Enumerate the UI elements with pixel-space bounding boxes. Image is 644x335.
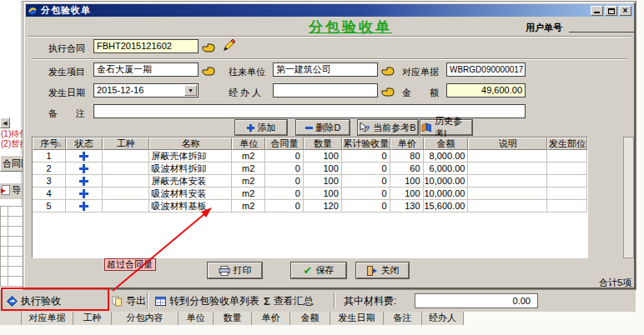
handler-lookup-button[interactable] xyxy=(381,84,396,98)
save-button[interactable]: ✔ 保存 xyxy=(291,262,346,278)
handler-label: 经 办 人 xyxy=(229,87,261,98)
form-title: 分包验收单 xyxy=(309,18,392,37)
col-unit[interactable]: 单位 xyxy=(179,312,214,325)
history-reference-button[interactable]: 历史参考I xyxy=(420,120,472,135)
status-plus-icon xyxy=(79,164,88,173)
print-button[interactable]: 打印 xyxy=(208,262,262,278)
minus-icon xyxy=(305,127,313,129)
add-button[interactable]: 添加 xyxy=(235,120,287,135)
col-blank xyxy=(0,312,22,325)
book-icon xyxy=(421,122,431,132)
date-combo[interactable]: 2015-12-16 ▼ xyxy=(93,83,199,98)
toolbar-separator xyxy=(334,292,335,309)
cursor-question-icon: ? xyxy=(360,122,370,132)
maximize-icon xyxy=(608,8,615,14)
col-qty[interactable]: 数量 xyxy=(304,138,342,150)
goto-acceptance-list-button[interactable]: 转到分包验收单列表 xyxy=(155,293,259,309)
col-handler[interactable]: 经办人 xyxy=(422,312,464,325)
items-grid: 序号 状态 工种 名称 单位 合同量 数量 累计验收量 单价 金额 说明 发生部… xyxy=(32,137,588,258)
date-label: 发生日期 xyxy=(48,87,85,98)
contract-input[interactable]: FBHT2015121602 xyxy=(93,39,199,53)
col-note[interactable]: 说明 xyxy=(468,138,547,150)
col-unit[interactable]: 单位 xyxy=(232,138,265,150)
col-accepted-qty[interactable]: 累计验收量 xyxy=(342,138,390,150)
project-lookup-button[interactable] xyxy=(202,63,217,77)
close-button[interactable]: × xyxy=(619,6,631,16)
bottom-empty-area xyxy=(0,325,644,335)
material-fee-label: 其中材料费: xyxy=(344,293,396,309)
background-mini-grid xyxy=(0,206,24,287)
diamond-arrow-icon xyxy=(7,296,18,307)
date-value: 2015-12-16 xyxy=(97,85,143,95)
status-plus-icon xyxy=(79,152,88,161)
status-plus-icon xyxy=(79,189,88,198)
ref-doc-input[interactable]: WBRGD090000017 xyxy=(446,62,526,77)
handler-input[interactable] xyxy=(273,83,378,98)
col-amount[interactable]: 金额 xyxy=(290,312,330,325)
col-seq[interactable]: 序号 xyxy=(33,138,66,150)
check-icon: ✔ xyxy=(304,264,313,277)
scroll-left-button[interactable]: ◀ xyxy=(0,118,10,128)
amount-label: 金 额 xyxy=(402,87,439,98)
minimize-button[interactable] xyxy=(591,6,603,16)
col-craft[interactable]: 工种 xyxy=(103,138,149,150)
col-location[interactable]: 发生部位 xyxy=(547,138,587,150)
export-button[interactable]: 导出 xyxy=(112,293,146,309)
dialog-titlebar[interactable]: 分包验收单 × xyxy=(26,4,633,17)
table-row[interactable]: 5 吸波材料基板 m2 0 120 0 130 15,600.00 xyxy=(33,200,587,212)
project-input[interactable]: 金石大厦一期 xyxy=(93,62,199,77)
col-amount[interactable]: 金额 xyxy=(424,138,469,150)
maximize-button[interactable] xyxy=(605,6,617,16)
table-row[interactable]: 2 吸波材料拆卸 m2 0 100 0 60 6,000.00 xyxy=(33,162,587,175)
separator xyxy=(32,58,627,60)
col-subcontract-content[interactable]: 分包内容 xyxy=(112,312,179,325)
grid-scrollbar[interactable] xyxy=(623,137,634,258)
grid-header: 序号 状态 工种 名称 单位 合同量 数量 累计验收量 单价 金额 说明 发生部… xyxy=(33,138,587,150)
col-name[interactable]: 名称 xyxy=(149,138,233,150)
status-plus-icon xyxy=(79,202,88,211)
user-no-line xyxy=(569,32,634,32)
contract-edit-button[interactable] xyxy=(222,38,237,52)
remark-label: 备 注 xyxy=(48,108,85,119)
counterparty-lookup-button[interactable] xyxy=(381,63,396,77)
plus-icon xyxy=(247,124,254,132)
delete-button[interactable]: 删除D xyxy=(296,120,350,135)
bottom-toolbar: 执行验收 导出 转到分包验收单列表 Σ 查看汇总 其中材料费: 0.00 xyxy=(0,289,636,312)
pencil-icon xyxy=(222,38,237,52)
col-craft[interactable]: 工种 xyxy=(73,312,112,325)
col-qty[interactable]: 数量 xyxy=(214,312,252,325)
contract-lookup-button[interactable] xyxy=(202,40,217,53)
counterparty-input[interactable]: 第一建筑公司 xyxy=(273,62,378,77)
col-ref-doc[interactable]: 对应单据 xyxy=(22,312,73,325)
col-remark[interactable]: 备注 xyxy=(384,312,422,325)
table-row[interactable]: 3 屏蔽壳体安装 m2 0 100 0 100 10,000.00 xyxy=(33,175,587,188)
col-status[interactable]: 状态 xyxy=(66,138,103,150)
dialog-title: 分包验收单 xyxy=(41,4,91,17)
current-reference-button[interactable]: ? 当前参考B xyxy=(358,120,418,135)
table-row[interactable]: 1 屏蔽壳体拆卸 m2 0 100 0 80 8,000.00 xyxy=(33,150,587,162)
page-arrow-icon xyxy=(2,185,10,195)
amount-input[interactable]: 49,600.00 xyxy=(446,83,526,98)
hand-icon xyxy=(381,63,396,76)
counterparty-label: 往来单位 xyxy=(229,66,265,78)
sigma-icon: Σ xyxy=(264,296,270,307)
toolbar-separator xyxy=(147,292,148,309)
ref-doc-label: 对应单据 xyxy=(402,66,439,78)
col-price[interactable]: 单价 xyxy=(390,138,424,150)
col-contract-qty[interactable]: 合同量 xyxy=(265,138,304,150)
export-pages-icon xyxy=(112,296,123,307)
project-label: 发生项目 xyxy=(48,66,85,78)
view-summary-button[interactable]: Σ 查看汇总 xyxy=(264,293,314,309)
list-grid-icon xyxy=(155,296,166,307)
chevron-down-icon[interactable]: ▼ xyxy=(184,85,197,96)
hand-icon xyxy=(202,63,217,76)
page: ◀ (1)待付 (2)暂押 合同附 导 分包验收单 × 分包验收单 用户单号 执… xyxy=(0,0,644,335)
material-fee-input[interactable]: 0.00 xyxy=(415,293,538,308)
contract-label: 执行合同 xyxy=(48,42,85,54)
col-price[interactable]: 单价 xyxy=(252,312,290,325)
close-form-button[interactable]: 关闭 xyxy=(356,262,409,278)
execute-acceptance-button[interactable]: 执行验收 xyxy=(7,293,61,309)
table-row[interactable]: 4 吸波材料安装 m2 0 100 0 100 10,000.00 xyxy=(33,188,587,200)
col-date[interactable]: 发生日期 xyxy=(330,312,384,325)
svg-text:?: ? xyxy=(365,124,370,132)
